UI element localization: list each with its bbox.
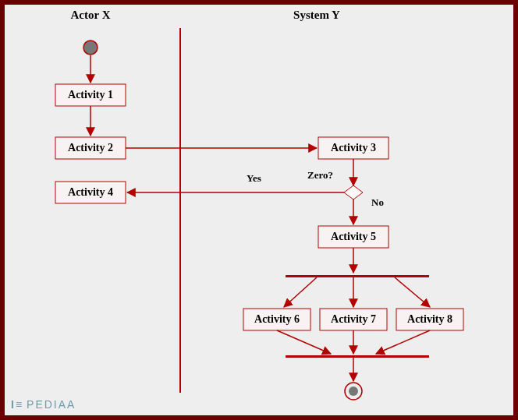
- activity-5-label: Activity 5: [331, 231, 376, 242]
- join-bar: [286, 355, 429, 358]
- activity-2-label: Activity 2: [68, 142, 113, 154]
- edge-fork-a8: [395, 277, 430, 307]
- activity-4-label: Activity 4: [68, 186, 113, 198]
- activity-7-label: Activity 7: [331, 313, 376, 325]
- decision-question: Zero?: [307, 169, 333, 181]
- edge-a8-join: [376, 330, 430, 354]
- decision-diamond: [344, 185, 363, 199]
- final-node-dot: [349, 386, 358, 396]
- edge-fork-a6: [284, 277, 317, 307]
- fork-bar: [286, 275, 429, 277]
- activity-6-label: Activity 6: [254, 313, 300, 325]
- activity-1-label: Activity 1: [68, 89, 113, 101]
- activity-3-label: Activity 3: [331, 142, 376, 154]
- swimlane-right-header: System Y: [293, 9, 340, 21]
- edge-a6-join: [277, 330, 331, 354]
- decision-yes-label: Yes: [247, 172, 261, 184]
- decision-no-label: No: [371, 196, 384, 208]
- initial-node: [83, 41, 98, 55]
- swimlane-left-header: Actor X: [71, 9, 111, 21]
- activity-diagram-svg: Actor X System Y Activity 1 Activity 2 A…: [5, 5, 513, 415]
- watermark: I≡PEDIAA: [11, 398, 76, 411]
- diagram-frame: Actor X System Y Activity 1 Activity 2 A…: [0, 0, 518, 420]
- activity-8-label: Activity 8: [407, 313, 452, 325]
